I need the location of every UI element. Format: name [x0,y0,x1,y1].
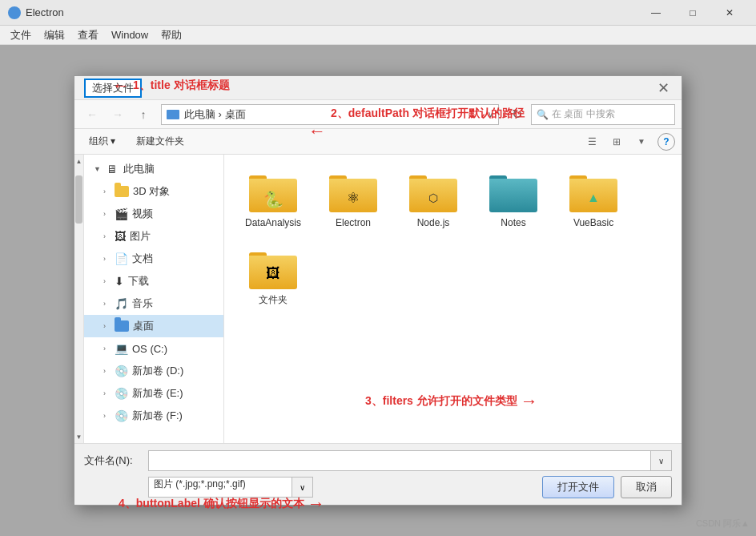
dialog-footer: 文件名(N): ∨ 图片 (*.jpg;*.png;*.gif) ∨ 打开文件 … [74,443,682,505]
sidebar-e-label: 新加卷 (E:) [132,386,183,401]
dialog-overlay: 选择文件 ✕ ← → ↑ 此电脑 › 桌面 ∨ ↻ 🔍 在 桌面 中搜索 组织 … [0,45,756,536]
doc-chevron-icon: › [103,255,111,263]
e-chevron-icon: › [103,389,111,397]
sidebar-item-video[interactable]: › 🎬 视频 [84,203,223,225]
cancel-button[interactable]: 取消 [621,476,672,498]
sidebar-item-documents[interactable]: › 📄 文档 [84,248,223,270]
new-folder-button[interactable]: 新建文件夹 [128,132,192,151]
filename-dropdown-button[interactable]: ∨ [651,450,672,471]
file-item-vuebasic[interactable]: ▲ VueBasic [557,167,629,236]
file-item-notes[interactable]: Notes [477,167,549,236]
app-icon [8,6,21,19]
dialog-secondary-toolbar: 组织 ▾ 新建文件夹 ☰ ⊞ ▼ ? [74,129,682,155]
nodejs-label: Node.js [417,217,450,230]
downloads-icon: ⬇ [115,275,124,288]
d-chevron-icon: › [103,367,111,375]
filename-input[interactable] [148,450,651,471]
close-button[interactable]: ✕ [711,0,748,26]
sidebar-item-d-drive[interactable]: › 💿 新加卷 (D:) [84,360,223,382]
sidebar-music-label: 音乐 [132,296,153,311]
documents-icon: 📄 [115,252,128,265]
d-drive-icon: 💿 [115,365,128,377]
file-type-input: 图片 (*.jpg;*.png;*.gif) [148,477,292,498]
file-type-dropdown-button[interactable]: ∨ [292,477,313,498]
view-grid-icon[interactable]: ⊞ [605,131,628,152]
video-icon: 🎬 [115,208,128,220]
menu-file[interactable]: 文件 [4,26,38,44]
file-item-dataanalysis[interactable]: 🐍 DataAnalysis [237,167,309,236]
dataanalysis-label: DataAnalysis [245,217,301,230]
folder1-label: 文件夹 [259,294,288,307]
folder1-icon: 🖼 [249,251,297,289]
pc-chevron-icon: ▼ [94,165,102,173]
help-button[interactable]: ? [657,133,675,151]
dialog-close-button[interactable]: ✕ [651,79,675,98]
address-path-text: 此电脑 › 桌面 [184,107,488,122]
menu-help[interactable]: 帮助 [155,26,188,44]
sidebar-item-pictures[interactable]: › 🖼 图片 [84,225,223,248]
pic-chevron-icon: › [103,232,111,240]
sidebar-pc-label: 此电脑 [123,162,155,176]
file-item-nodejs[interactable]: ⬡ Node.js [397,167,469,236]
file-item-electron[interactable]: ⚛ Electron [317,167,389,236]
desktop-chevron-icon: › [103,322,111,330]
nav-forward-button[interactable]: → [107,104,129,125]
sidebar-3d-label: 3D 对象 [133,184,170,199]
photo-overlay-icon: 🖼 [266,265,280,282]
address-bar[interactable]: 此电脑 › 桌面 ∨ [161,104,499,125]
search-bar[interactable]: 🔍 在 桌面 中搜索 [531,104,675,125]
sidebar-item-desktop[interactable]: › 桌面 [84,315,223,337]
organize-button[interactable]: 组织 ▾ [81,132,123,151]
refresh-button[interactable]: ↻ [505,104,528,125]
dl-chevron-icon: › [103,277,111,285]
sidebar-item-e-drive[interactable]: › 💿 新加卷 (E:) [84,382,223,405]
sidebar-item-3d[interactable]: › 3D 对象 [84,180,223,203]
file-grid: 🐍 DataAnalysis ⚛ Electron [237,167,669,312]
file-content-area: 🐍 DataAnalysis ⚛ Electron [224,155,682,443]
sidebar-item-c-drive[interactable]: › 💻 OS (C:) [84,337,223,360]
c-drive-icon: 💻 [115,342,128,355]
nav-back-button[interactable]: ← [81,104,103,125]
menu-edit[interactable]: 编辑 [38,26,71,44]
sidebar-c-label: OS (C:) [132,343,167,355]
desktop-folder-icon [115,320,129,332]
address-chevron-icon: ∨ [488,110,493,119]
menu-bar: 文件 编辑 查看 Window 帮助 [0,26,756,45]
scroll-track [74,167,83,430]
sidebar-desktop-label: 桌面 [133,319,154,333]
file-type-selector: 图片 (*.jpg;*.png;*.gif) ∨ [148,477,313,498]
sidebar-doc-label: 文档 [132,252,153,266]
notes-label: Notes [501,217,525,230]
maximize-button[interactable]: □ [674,0,711,26]
sidebar-item-pc[interactable]: ▼ 🖥 此电脑 [84,158,223,180]
file-item-folder1[interactable]: 🖼 文件夹 [237,244,309,313]
sidebar-f-label: 新加卷 (F:) [132,409,183,423]
sort-icon[interactable]: ▼ [630,131,653,152]
scroll-up[interactable]: ▲ [74,155,83,167]
nodejs-overlay-icon: ⬡ [428,191,438,204]
sidebar-item-f-drive[interactable]: › 💿 新加卷 (F:) [84,405,223,427]
notes-folder-icon [489,174,537,212]
nav-up-button[interactable]: ↑ [132,104,155,125]
electron-folder-icon: ⚛ [329,174,377,212]
music-chevron-icon: › [103,300,111,308]
filename-label: 文件名(N): [84,453,148,468]
sidebar-item-downloads[interactable]: › ⬇ 下载 [84,270,223,292]
dialog-address-toolbar: ← → ↑ 此电脑 › 桌面 ∨ ↻ 🔍 在 桌面 中搜索 [74,100,682,129]
sidebar-pic-label: 图片 [130,229,151,244]
open-file-button[interactable]: 打开文件 [542,476,614,498]
scroll-down[interactable]: ▼ [74,430,83,443]
dataanalysis-folder-icon: 🐍 [249,174,297,212]
file-sidebar: ▼ 🖥 此电脑 › 3D 对象 › 🎬 视频 [84,155,224,443]
search-placeholder-text: 在 桌面 中搜索 [552,107,615,121]
sidebar-d-label: 新加卷 (D:) [132,364,183,378]
scroll-thumb [75,175,82,224]
view-list-icon[interactable]: ☰ [581,131,603,152]
minimize-button[interactable]: — [637,0,674,26]
menu-window[interactable]: Window [105,27,155,42]
electron-label: Electron [336,217,371,230]
3d-folder-icon [115,186,129,197]
sidebar-item-music[interactable]: › 🎵 音乐 [84,292,223,315]
menu-view[interactable]: 查看 [71,26,105,44]
e-drive-icon: 💿 [115,387,128,400]
